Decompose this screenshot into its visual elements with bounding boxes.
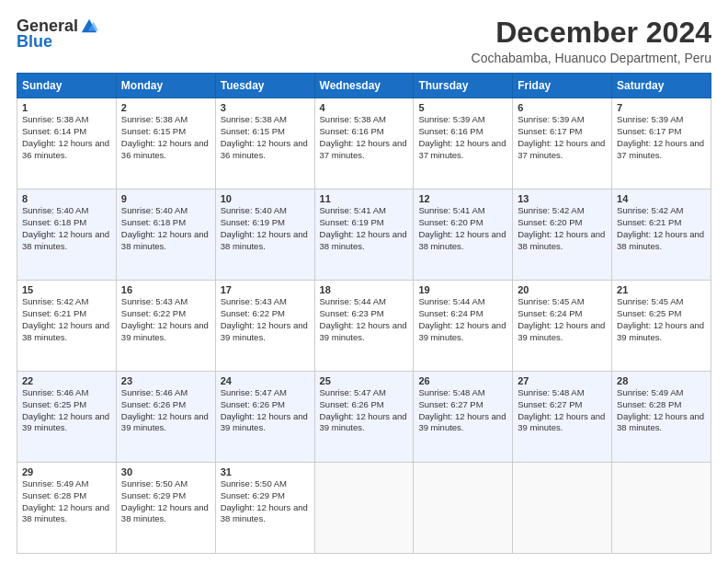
page: General Blue December 2024 Cochabamba, H… — [0, 0, 728, 563]
day-info: Sunrise: 5:39 AMSunset: 6:16 PMDaylight:… — [418, 114, 507, 161]
day-info: Sunrise: 5:39 AMSunset: 6:17 PMDaylight:… — [518, 114, 607, 161]
day-number: 8 — [22, 193, 111, 204]
day-number: 24 — [221, 375, 310, 386]
logo-icon — [80, 17, 98, 36]
calendar-cell: 24Sunrise: 5:47 AMSunset: 6:26 PMDayligh… — [215, 372, 314, 463]
calendar-cell: 18Sunrise: 5:44 AMSunset: 6:23 PMDayligh… — [314, 281, 414, 372]
day-number: 3 — [221, 102, 310, 113]
table-row: 22Sunrise: 5:46 AMSunset: 6:25 PMDayligh… — [17, 372, 711, 463]
day-info: Sunrise: 5:47 AMSunset: 6:26 PMDaylight:… — [221, 387, 310, 434]
logo: General Blue — [17, 17, 98, 52]
calendar-cell: 30Sunrise: 5:50 AMSunset: 6:29 PMDayligh… — [116, 463, 215, 554]
calendar-cell: 10Sunrise: 5:40 AMSunset: 6:19 PMDayligh… — [215, 190, 314, 281]
month-title: December 2024 — [472, 17, 711, 49]
calendar-cell: 28Sunrise: 5:49 AMSunset: 6:28 PMDayligh… — [612, 372, 711, 463]
day-info: Sunrise: 5:38 AMSunset: 6:16 PMDaylight:… — [320, 114, 409, 161]
col-thursday: Thursday — [414, 74, 513, 98]
calendar-cell: 19Sunrise: 5:44 AMSunset: 6:24 PMDayligh… — [414, 281, 513, 372]
day-number: 7 — [617, 102, 706, 113]
day-number: 18 — [320, 284, 409, 295]
calendar-table: Sunday Monday Tuesday Wednesday Thursday… — [17, 73, 711, 554]
day-info: Sunrise: 5:46 AMSunset: 6:25 PMDaylight:… — [22, 387, 111, 434]
calendar-cell — [612, 463, 711, 554]
day-info: Sunrise: 5:44 AMSunset: 6:23 PMDaylight:… — [320, 296, 409, 343]
calendar-cell: 4Sunrise: 5:38 AMSunset: 6:16 PMDaylight… — [314, 98, 414, 190]
day-number: 28 — [617, 375, 706, 386]
day-number: 20 — [518, 284, 607, 295]
day-number: 1 — [22, 102, 111, 113]
day-info: Sunrise: 5:46 AMSunset: 6:26 PMDaylight:… — [121, 387, 210, 434]
day-info: Sunrise: 5:40 AMSunset: 6:18 PMDaylight:… — [22, 205, 111, 252]
calendar-cell — [414, 463, 513, 554]
calendar-cell: 14Sunrise: 5:42 AMSunset: 6:21 PMDayligh… — [612, 190, 711, 281]
calendar-cell: 3Sunrise: 5:38 AMSunset: 6:15 PMDaylight… — [215, 98, 314, 190]
location: Cochabamba, Huanuco Department, Peru — [472, 51, 711, 65]
day-info: Sunrise: 5:48 AMSunset: 6:27 PMDaylight:… — [418, 387, 507, 434]
day-number: 12 — [418, 193, 507, 204]
day-number: 30 — [121, 466, 210, 477]
calendar-cell: 26Sunrise: 5:48 AMSunset: 6:27 PMDayligh… — [414, 372, 513, 463]
day-info: Sunrise: 5:44 AMSunset: 6:24 PMDaylight:… — [418, 296, 507, 343]
day-number: 9 — [121, 193, 210, 204]
calendar-cell: 16Sunrise: 5:43 AMSunset: 6:22 PMDayligh… — [116, 281, 215, 372]
calendar-cell: 12Sunrise: 5:41 AMSunset: 6:20 PMDayligh… — [414, 190, 513, 281]
day-info: Sunrise: 5:50 AMSunset: 6:29 PMDaylight:… — [221, 478, 310, 525]
day-number: 14 — [617, 193, 706, 204]
title-section: December 2024 Cochabamba, Huanuco Depart… — [472, 17, 711, 65]
day-info: Sunrise: 5:39 AMSunset: 6:17 PMDaylight:… — [617, 114, 706, 161]
calendar-cell: 6Sunrise: 5:39 AMSunset: 6:17 PMDaylight… — [513, 98, 612, 190]
col-wednesday: Wednesday — [314, 74, 414, 98]
day-info: Sunrise: 5:41 AMSunset: 6:20 PMDaylight:… — [418, 205, 507, 252]
day-number: 26 — [418, 375, 507, 386]
calendar-cell: 27Sunrise: 5:48 AMSunset: 6:27 PMDayligh… — [513, 372, 612, 463]
calendar-cell: 8Sunrise: 5:40 AMSunset: 6:18 PMDaylight… — [17, 190, 117, 281]
day-number: 25 — [320, 375, 409, 386]
col-tuesday: Tuesday — [215, 74, 314, 98]
day-info: Sunrise: 5:48 AMSunset: 6:27 PMDaylight:… — [518, 387, 607, 434]
day-info: Sunrise: 5:38 AMSunset: 6:14 PMDaylight:… — [22, 114, 111, 161]
calendar-cell — [513, 463, 612, 554]
day-number: 11 — [320, 193, 409, 204]
day-number: 31 — [221, 466, 310, 477]
calendar-cell: 31Sunrise: 5:50 AMSunset: 6:29 PMDayligh… — [215, 463, 314, 554]
day-info: Sunrise: 5:42 AMSunset: 6:21 PMDaylight:… — [22, 296, 111, 343]
day-info: Sunrise: 5:38 AMSunset: 6:15 PMDaylight:… — [221, 114, 310, 161]
day-info: Sunrise: 5:40 AMSunset: 6:19 PMDaylight:… — [221, 205, 310, 252]
header-row: Sunday Monday Tuesday Wednesday Thursday… — [17, 74, 711, 98]
col-monday: Monday — [116, 74, 215, 98]
calendar-cell: 7Sunrise: 5:39 AMSunset: 6:17 PMDaylight… — [612, 98, 711, 190]
day-info: Sunrise: 5:49 AMSunset: 6:28 PMDaylight:… — [617, 387, 706, 434]
calendar-cell: 9Sunrise: 5:40 AMSunset: 6:18 PMDaylight… — [116, 190, 215, 281]
calendar-cell — [314, 463, 414, 554]
calendar-cell: 20Sunrise: 5:45 AMSunset: 6:24 PMDayligh… — [513, 281, 612, 372]
day-number: 10 — [221, 193, 310, 204]
day-number: 2 — [121, 102, 210, 113]
calendar-cell: 11Sunrise: 5:41 AMSunset: 6:19 PMDayligh… — [314, 190, 414, 281]
calendar-cell: 22Sunrise: 5:46 AMSunset: 6:25 PMDayligh… — [17, 372, 117, 463]
calendar-cell: 23Sunrise: 5:46 AMSunset: 6:26 PMDayligh… — [116, 372, 215, 463]
day-number: 17 — [221, 284, 310, 295]
day-info: Sunrise: 5:40 AMSunset: 6:18 PMDaylight:… — [121, 205, 210, 252]
calendar-cell: 15Sunrise: 5:42 AMSunset: 6:21 PMDayligh… — [17, 281, 117, 372]
day-number: 13 — [518, 193, 607, 204]
day-number: 21 — [617, 284, 706, 295]
day-number: 6 — [518, 102, 607, 113]
table-row: 15Sunrise: 5:42 AMSunset: 6:21 PMDayligh… — [17, 281, 711, 372]
day-number: 16 — [121, 284, 210, 295]
table-row: 8Sunrise: 5:40 AMSunset: 6:18 PMDaylight… — [17, 190, 711, 281]
col-sunday: Sunday — [17, 74, 117, 98]
day-info: Sunrise: 5:47 AMSunset: 6:26 PMDaylight:… — [320, 387, 409, 434]
col-saturday: Saturday — [612, 74, 711, 98]
calendar-cell: 2Sunrise: 5:38 AMSunset: 6:15 PMDaylight… — [116, 98, 215, 190]
calendar-cell: 5Sunrise: 5:39 AMSunset: 6:16 PMDaylight… — [414, 98, 513, 190]
logo-blue: Blue — [17, 32, 52, 52]
calendar-cell: 17Sunrise: 5:43 AMSunset: 6:22 PMDayligh… — [215, 281, 314, 372]
day-number: 22 — [22, 375, 111, 386]
day-info: Sunrise: 5:43 AMSunset: 6:22 PMDaylight:… — [121, 296, 210, 343]
table-row: 1Sunrise: 5:38 AMSunset: 6:14 PMDaylight… — [17, 98, 711, 190]
table-row: 29Sunrise: 5:49 AMSunset: 6:28 PMDayligh… — [17, 463, 711, 554]
day-number: 15 — [22, 284, 111, 295]
day-number: 5 — [418, 102, 507, 113]
day-number: 27 — [518, 375, 607, 386]
calendar-cell: 13Sunrise: 5:42 AMSunset: 6:20 PMDayligh… — [513, 190, 612, 281]
